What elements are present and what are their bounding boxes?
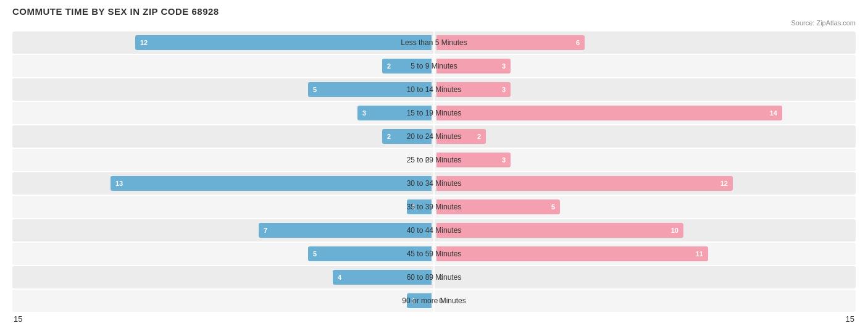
bar-female: 6: [436, 35, 585, 50]
right-section: 0: [434, 266, 856, 288]
male-value: 12: [138, 39, 150, 46]
left-section: 7: [12, 219, 434, 241]
right-section: 10: [434, 219, 856, 241]
chart-container: 12 Less than 5 Minutes 6 2 5 to 9 Minute…: [12, 31, 856, 323]
male-value: 2: [385, 133, 393, 140]
bar-male: 3: [357, 106, 432, 120]
right-section: 3: [434, 55, 856, 77]
male-value: 4: [335, 274, 344, 281]
left-section: 5: [12, 243, 434, 265]
chart-row: 4 60 to 89 Minutes 0: [12, 266, 856, 288]
bar-male: 4: [333, 270, 432, 285]
female-value: 6: [574, 39, 582, 46]
female-value: 3: [499, 86, 508, 93]
female-value: 5: [549, 203, 557, 211]
bar-female: 11: [436, 246, 708, 261]
female-value: 3: [499, 156, 508, 164]
male-value: 5: [311, 250, 319, 258]
bar-male: 2: [382, 129, 432, 144]
female-value: 14: [767, 109, 780, 117]
bar-female: 12: [436, 176, 733, 191]
left-section: 1: [12, 290, 434, 312]
left-section: 5: [12, 78, 434, 101]
bar-male: 2: [382, 59, 432, 73]
female-value: 3: [499, 62, 508, 70]
left-section: 0: [12, 149, 434, 171]
footer-row: 15 15: [12, 314, 856, 323]
bar-male: 12: [135, 35, 432, 50]
chart-row: 0 25 to 29 Minutes 3: [12, 149, 856, 171]
source-label: Source: ZipAtlas.com: [12, 19, 856, 27]
footer-right: 15: [846, 314, 854, 323]
female-zero: 0: [439, 274, 443, 281]
page-title: COMMUTE TIME BY SEX IN ZIP CODE 68928: [12, 6, 856, 17]
bar-male: 1: [407, 293, 432, 308]
male-value: 1: [409, 297, 418, 304]
right-section: 12: [434, 172, 856, 195]
left-section: 12: [12, 31, 434, 54]
female-value: 12: [718, 180, 730, 187]
female-value: 10: [669, 227, 681, 234]
female-zero: 0: [439, 297, 443, 304]
bar-female: 3: [436, 59, 511, 73]
chart-row: 7 40 to 44 Minutes 10: [12, 219, 856, 241]
left-section: 1: [12, 196, 434, 218]
right-section: 2: [434, 125, 856, 148]
chart-row: 3 15 to 19 Minutes 14: [12, 102, 856, 124]
male-value: 3: [360, 109, 369, 117]
bar-female: 3: [436, 153, 511, 167]
bar-female: 2: [436, 129, 486, 144]
right-section: 11: [434, 243, 856, 265]
chart-row: 2 5 to 9 Minutes 3: [12, 55, 856, 77]
footer-left: 15: [14, 314, 22, 323]
left-section: 3: [12, 102, 434, 124]
male-value: 13: [113, 180, 125, 187]
bar-male: 5: [308, 82, 432, 97]
bar-female: 5: [436, 199, 560, 214]
right-section: 3: [434, 78, 856, 101]
right-section: 0: [434, 290, 856, 312]
right-section: 14: [434, 102, 856, 124]
male-zero: 0: [425, 156, 429, 164]
female-value: 2: [475, 133, 483, 140]
right-section: 5: [434, 196, 856, 218]
chart-row: 1 90 or more Minutes 0: [12, 290, 856, 312]
bar-male: 7: [259, 223, 432, 238]
chart-row: 1 35 to 39 Minutes 5: [12, 196, 856, 218]
male-value: 2: [385, 62, 393, 70]
male-value: 5: [311, 86, 319, 93]
bar-female: 14: [436, 106, 782, 120]
left-section: 4: [12, 266, 434, 288]
chart-row: 5 10 to 14 Minutes 3: [12, 78, 856, 101]
bar-female: 10: [436, 223, 683, 238]
bar-male: 13: [111, 176, 432, 191]
male-value: 7: [261, 227, 270, 234]
left-section: 2: [12, 55, 434, 77]
chart-row: 2 20 to 24 Minutes 2: [12, 125, 856, 148]
left-section: 2: [12, 125, 434, 148]
bar-male: 1: [407, 199, 432, 214]
chart-row: 12 Less than 5 Minutes 6: [12, 31, 856, 54]
rows-wrapper: 12 Less than 5 Minutes 6 2 5 to 9 Minute…: [12, 31, 856, 312]
left-section: 13: [12, 172, 434, 195]
right-section: 3: [434, 149, 856, 171]
chart-row: 5 45 to 59 Minutes 11: [12, 243, 856, 265]
bar-male: 5: [308, 246, 432, 261]
male-value: 1: [409, 203, 418, 211]
right-section: 6: [434, 31, 856, 54]
female-value: 11: [693, 250, 706, 258]
bar-female: 3: [436, 82, 511, 97]
chart-row: 13 30 to 34 Minutes 12: [12, 172, 856, 195]
